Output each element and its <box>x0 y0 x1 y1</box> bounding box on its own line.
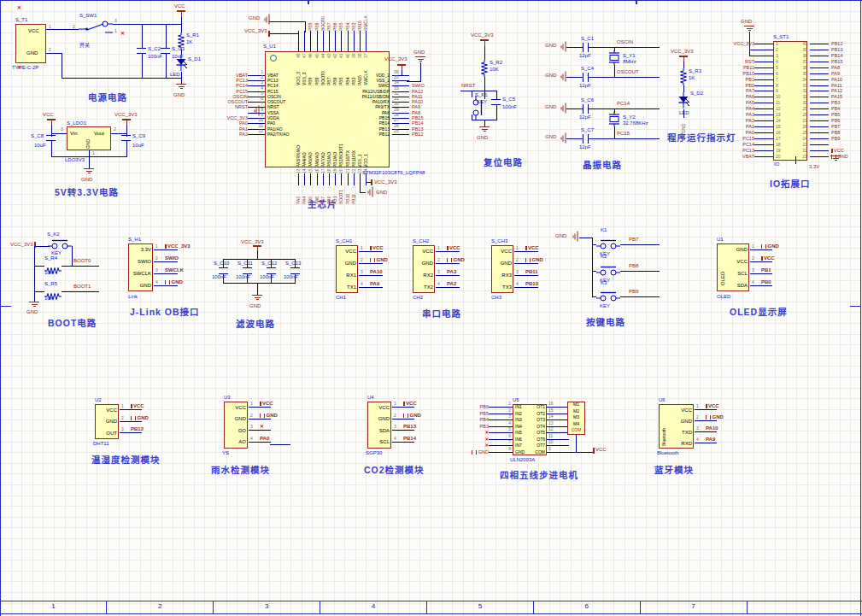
pin-wire: 3PA3 <box>436 275 460 276</box>
pin-row: SWCLK 3SWCLK <box>128 267 178 279</box>
designator[interactable]: S_C9 <box>132 133 145 139</box>
net-label: PA2 <box>720 118 754 124</box>
designator[interactable]: S_R1 <box>186 32 199 38</box>
pin-wire: 1VCC <box>514 251 538 252</box>
designator[interactable]: S_H1 <box>128 237 141 243</box>
net-label: SWIO <box>165 255 179 261</box>
capacitor-symbol[interactable] <box>583 73 589 82</box>
designator[interactable]: S_SW1 <box>79 13 97 19</box>
designator[interactable]: S_ST1 <box>773 34 789 40</box>
designator[interactable]: S_C13 <box>285 261 301 267</box>
designator[interactable]: S_C5 <box>502 97 515 103</box>
designator[interactable]: S_C1 <box>581 36 594 42</box>
designator[interactable]: S_C8 <box>31 133 44 139</box>
net-label: PA12 <box>829 88 842 94</box>
net-label: BOOT1 <box>338 185 344 204</box>
designator[interactable]: U5 <box>513 397 519 403</box>
designator[interactable]: S_C11 <box>237 261 253 267</box>
chip-pin-col: PB8 45 PB8 <box>314 12 320 85</box>
capacitor-symbol[interactable] <box>583 104 589 114</box>
gnd-power-symbol <box>479 126 490 132</box>
value: 10K <box>490 67 499 73</box>
chip-pin-row: PA2 12 PA2/TX/AO <box>214 132 289 137</box>
designator[interactable]: U1 <box>717 237 724 243</box>
co2-pins: VCC 1VCC GND 2GND SDA 3PB13 SCL 4PB14 <box>367 402 414 448</box>
designator[interactable]: U3 <box>224 395 231 401</box>
designator[interactable]: S_C7 <box>581 127 594 133</box>
designator[interactable]: K2 <box>601 254 607 260</box>
part-name: YS <box>222 450 229 456</box>
designator[interactable]: S_R2 <box>490 60 502 66</box>
pin-name: SCL <box>717 271 750 276</box>
net-label: PB9 <box>829 136 840 142</box>
designator[interactable]: S_C6 <box>581 97 594 103</box>
designator[interactable]: K3 <box>601 280 607 286</box>
io-pin-row: PB10 6 <box>720 71 786 77</box>
switch-symbol[interactable] <box>79 19 113 43</box>
net-label: PB7 <box>829 124 840 130</box>
pin-wire: 8 <box>489 452 513 453</box>
designator[interactable]: S_C2 <box>148 46 161 52</box>
net-label: GND <box>460 449 489 455</box>
pin-wire: 2GND <box>359 263 383 264</box>
designator[interactable]: S_C4 <box>581 66 594 72</box>
capacitor-symbol[interactable] <box>290 267 300 274</box>
part-name: LDO3V3 <box>65 157 85 163</box>
pin-row: SCL 3PB1 <box>717 267 772 279</box>
pin-wire <box>754 50 773 50</box>
net-label: PB11 <box>525 269 538 275</box>
chip-pin-col: BOOT0 44 BOOT0 <box>320 12 326 85</box>
net-label: VBAT <box>720 154 754 160</box>
pin-wire <box>754 85 773 86</box>
designator[interactable]: U2 <box>95 397 102 403</box>
designator[interactable]: S_K2 <box>47 232 60 238</box>
designator[interactable]: U6 <box>659 397 666 403</box>
pin-row: TX2 4PA2 <box>413 281 460 293</box>
designator[interactable]: S_U1 <box>263 44 276 50</box>
pin-row: GND 2GND <box>491 257 538 269</box>
designator[interactable]: S_C12 <box>261 261 277 267</box>
designator[interactable]: S_CH2 <box>413 238 429 244</box>
net-label: PB0 <box>720 83 754 89</box>
net-label: PA9 <box>829 71 840 77</box>
designator[interactable]: S_CH3 <box>491 238 507 244</box>
designator[interactable]: S_T1 <box>15 17 27 23</box>
designator[interactable]: S_D2 <box>690 91 703 97</box>
key-button-symbol[interactable] <box>468 96 484 120</box>
value: 100nF <box>284 274 298 280</box>
capacitor-symbol[interactable] <box>583 134 589 144</box>
key-label: KEY <box>600 303 610 309</box>
designator[interactable]: S_R3 <box>689 68 701 74</box>
schematic-sheet[interactable]: 1234567 S_T1 VCC GND 1 2 TYPE-C-2P ✕ ✕ S… <box>0 0 862 616</box>
designator[interactable]: S_Y1 <box>623 53 636 59</box>
designator[interactable]: S_R5 <box>44 281 57 287</box>
pin-wire: 3PB12 <box>120 432 142 433</box>
pin-name: PA5/AO <box>308 141 314 167</box>
designator[interactable]: K1 <box>601 227 607 233</box>
io-pin-row: PB11 5 <box>720 65 786 71</box>
net-label: PA0 <box>260 436 269 442</box>
designator[interactable]: S_LDO1 <box>67 120 86 126</box>
pin-wire <box>810 138 829 139</box>
capacitor-symbol[interactable] <box>243 267 252 274</box>
net-label: SWCLK <box>363 12 369 31</box>
designator[interactable]: S_C10 <box>214 261 229 267</box>
designator[interactable]: U4 <box>367 395 374 401</box>
chip-pin-col: VSS_1 23 <box>357 141 363 204</box>
designator[interactable]: S_D1 <box>188 56 201 62</box>
net-label: VCC <box>761 255 775 261</box>
capacitor-symbol[interactable] <box>583 43 589 52</box>
pin-wire <box>810 150 829 151</box>
designator[interactable]: S_Y2 <box>623 114 636 120</box>
io-pin-row: PA6 10 <box>720 94 786 100</box>
capacitor-symbol[interactable] <box>219 267 228 274</box>
designator[interactable]: S_CH1 <box>336 238 352 244</box>
pin-row: OT1 16 <box>513 404 569 411</box>
io-pin-row: 2 <box>720 47 786 53</box>
chip-pin-col: SWCLK 37 SWCLK <box>363 12 369 85</box>
designator[interactable]: S_R4 <box>44 255 57 261</box>
pin-wire <box>366 31 366 51</box>
chip-pin-col: PB9 46 PB9 <box>308 12 314 85</box>
capacitor-symbol[interactable] <box>267 267 276 274</box>
stepper-right-pins: OT1 16 OT2 15 OT3 14 OT4 13 OT5 12 OT6 1… <box>513 404 569 455</box>
